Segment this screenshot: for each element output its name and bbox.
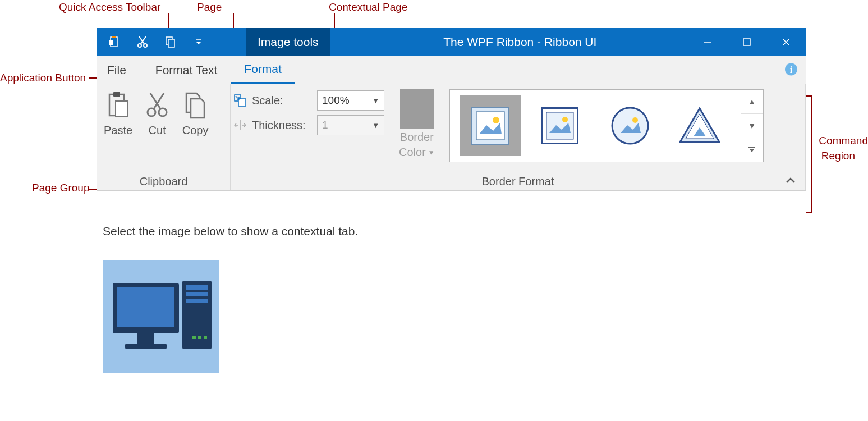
window-controls bbox=[688, 28, 806, 56]
instruction-text: Select the image below to show a context… bbox=[103, 225, 800, 238]
svg-rect-43 bbox=[186, 285, 208, 290]
svg-rect-18 bbox=[116, 101, 128, 117]
chevron-down-icon: ▼ bbox=[372, 121, 379, 130]
tab-file[interactable]: File bbox=[97, 56, 142, 84]
content-area: Select the image below to show a context… bbox=[97, 191, 806, 378]
copy-button[interactable]: Copy bbox=[178, 87, 212, 139]
svg-point-35 bbox=[632, 117, 638, 123]
gallery-nav: ▲ ▼ bbox=[741, 90, 763, 162]
qat-cut-icon[interactable] bbox=[128, 28, 157, 56]
svg-rect-44 bbox=[186, 292, 208, 296]
qat-copy-icon[interactable] bbox=[157, 28, 185, 56]
cut-icon bbox=[144, 89, 171, 121]
tab-format-text[interactable]: Format Text bbox=[142, 56, 231, 84]
svg-rect-8 bbox=[168, 39, 174, 47]
svg-text:i: i bbox=[790, 65, 793, 74]
thickness-label: Thickness: bbox=[252, 119, 314, 132]
chevron-down-icon: ▼ bbox=[372, 97, 379, 105]
scale-combo[interactable]: 100% ▼ bbox=[317, 90, 384, 111]
quick-access-toolbar bbox=[97, 28, 213, 56]
callout-appbtn: Application Button bbox=[0, 72, 86, 84]
thickness-combo: 1 ▼ bbox=[317, 115, 384, 135]
callout-cmdregion-1: Command bbox=[819, 135, 868, 147]
thickness-value: 1 bbox=[322, 119, 328, 131]
callout-cmdregion-2: Region bbox=[821, 150, 855, 162]
qat-dropdown-icon[interactable] bbox=[185, 28, 213, 56]
gallery-item-2[interactable] bbox=[530, 95, 590, 156]
paste-icon bbox=[105, 89, 132, 121]
svg-rect-46 bbox=[192, 336, 196, 339]
maximize-button[interactable] bbox=[727, 28, 766, 56]
chevron-down-icon: ▼ bbox=[428, 149, 435, 157]
group-label-border-format: Border Format bbox=[234, 173, 802, 189]
callout-contextual: Contextual Page bbox=[329, 1, 408, 13]
app-window: Image tools The WPF Ribbon - Ribbon UI F… bbox=[97, 28, 806, 420]
tab-strip: File Format Text Format i bbox=[97, 56, 806, 84]
scale-thickness-controls: Scale: 100% ▼ Thickness: 1 ▼ bbox=[234, 87, 384, 135]
gallery-item-4[interactable] bbox=[669, 95, 730, 156]
svg-rect-41 bbox=[125, 344, 167, 349]
copy-label: Copy bbox=[182, 124, 209, 137]
svg-rect-32 bbox=[546, 112, 573, 139]
svg-point-30 bbox=[493, 117, 499, 123]
svg-rect-45 bbox=[186, 299, 208, 303]
titlebar: Image tools The WPF Ribbon - Ribbon UI bbox=[97, 28, 806, 56]
svg-rect-1 bbox=[112, 36, 116, 38]
close-button[interactable] bbox=[766, 28, 806, 56]
svg-point-34 bbox=[612, 108, 648, 144]
minimize-button[interactable] bbox=[688, 28, 727, 56]
gallery-down-button[interactable]: ▼ bbox=[741, 114, 763, 138]
scale-label: Scale: bbox=[252, 94, 314, 107]
window-title: The WPF Ribbon - Ribbon UI bbox=[330, 28, 688, 56]
svg-point-3 bbox=[138, 44, 141, 47]
svg-point-20 bbox=[159, 108, 167, 116]
svg-rect-2 bbox=[109, 40, 113, 45]
svg-point-19 bbox=[148, 108, 155, 116]
svg-rect-11 bbox=[743, 39, 750, 45]
gallery-item-1[interactable] bbox=[460, 95, 521, 156]
callout-pagegroup: Page Group bbox=[32, 182, 89, 194]
svg-rect-24 bbox=[238, 99, 246, 106]
svg-rect-47 bbox=[198, 336, 201, 339]
border-color-label-1: Border bbox=[400, 131, 434, 144]
tab-format[interactable]: Format bbox=[231, 56, 295, 84]
collapse-ribbon-button[interactable] bbox=[779, 172, 802, 189]
svg-rect-48 bbox=[204, 336, 207, 339]
border-color-label-2: Color bbox=[399, 146, 426, 159]
thickness-icon bbox=[234, 119, 249, 131]
group-border-format: Scale: 100% ▼ Thickness: 1 ▼ bbox=[231, 84, 806, 190]
border-style-gallery: ▲ ▼ bbox=[449, 89, 764, 162]
cut-label: Cut bbox=[149, 124, 166, 137]
sample-image[interactable] bbox=[103, 260, 219, 373]
svg-point-4 bbox=[144, 44, 147, 47]
ribbon-command-region: Paste Cut Copy Clipboard bbox=[97, 84, 806, 191]
gallery-up-button[interactable]: ▲ bbox=[741, 90, 763, 114]
contextual-tab-title: Image tools bbox=[246, 28, 330, 56]
svg-rect-17 bbox=[113, 92, 120, 97]
svg-rect-39 bbox=[117, 287, 174, 327]
callout-qat: Quick Access Toolbar bbox=[59, 1, 160, 13]
cut-button[interactable]: Cut bbox=[140, 87, 174, 139]
svg-point-33 bbox=[562, 117, 568, 122]
copy-icon bbox=[182, 89, 209, 121]
paste-label: Paste bbox=[104, 124, 132, 137]
scale-value: 100% bbox=[322, 94, 350, 107]
border-color-swatch bbox=[400, 89, 434, 129]
group-clipboard: Paste Cut Copy Clipboard bbox=[97, 84, 231, 190]
qat-clipboard-icon[interactable] bbox=[100, 28, 128, 56]
svg-rect-42 bbox=[182, 281, 212, 349]
scale-icon bbox=[234, 94, 249, 107]
gallery-item-3[interactable] bbox=[600, 95, 660, 156]
border-color-button: Border Color ▼ bbox=[394, 87, 439, 161]
svg-rect-40 bbox=[137, 333, 154, 344]
info-icon[interactable]: i bbox=[784, 62, 798, 77]
group-label-clipboard: Clipboard bbox=[100, 173, 227, 189]
gallery-more-button[interactable] bbox=[741, 138, 763, 162]
paste-button[interactable]: Paste bbox=[100, 87, 136, 139]
callout-page: Page bbox=[197, 1, 222, 13]
